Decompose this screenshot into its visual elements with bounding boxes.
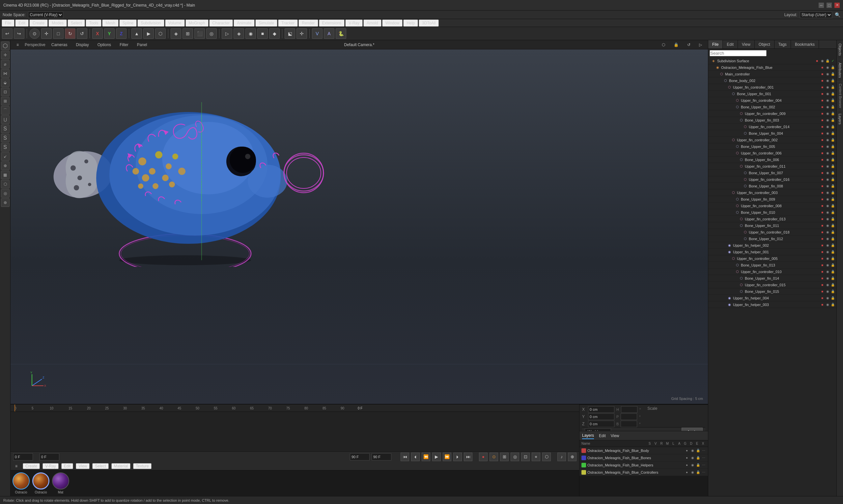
- tab-edit[interactable]: Edit: [723, 40, 738, 49]
- buf015-vis[interactable]: ◉: [825, 289, 830, 294]
- buf003-lock[interactable]: 🔒: [830, 118, 835, 123]
- buf012-lock[interactable]: 🔒: [830, 236, 835, 241]
- tree-ufc002[interactable]: ⬡ Upper_fin_controller_002 ■ ◉ 🔒: [708, 137, 837, 143]
- scale-tool[interactable]: □: [53, 28, 64, 39]
- hex-tool-btn[interactable]: ⬡: [1, 180, 10, 188]
- move-tool[interactable]: ✛: [41, 28, 52, 39]
- bb002-lock[interactable]: 🔒: [830, 78, 835, 83]
- layers-tab-edit[interactable]: Edit: [599, 433, 606, 439]
- layer-render-helpers[interactable]: ◉: [690, 463, 695, 467]
- search-input[interactable]: [710, 50, 767, 56]
- ufh004-color[interactable]: ■: [820, 296, 825, 301]
- knife-btn[interactable]: ⌀: [1, 60, 10, 69]
- buf012-color[interactable]: ■: [820, 236, 825, 241]
- buf006-vis[interactable]: ◉: [825, 158, 830, 162]
- bb002-vis[interactable]: ◉: [825, 78, 830, 83]
- bevel-btn[interactable]: ⊡: [1, 88, 10, 96]
- ufc001-lock[interactable]: 🔒: [830, 85, 835, 90]
- key-all-btn[interactable]: ⊞: [500, 453, 509, 461]
- tab-tags[interactable]: Tags: [774, 40, 791, 49]
- layer-render-controllers[interactable]: ◉: [690, 470, 695, 475]
- buf010-vis[interactable]: ◉: [825, 210, 830, 215]
- prev-key-btn[interactable]: ⏪: [422, 453, 430, 461]
- layer-row-controllers[interactable]: Ostracion_Meleagris_Fish_Blue_Controller…: [579, 469, 708, 476]
- menu-item-spline[interactable]: Spline: [119, 19, 137, 27]
- layers-tab-view[interactable]: View: [611, 433, 619, 439]
- tree-ufc003[interactable]: ⬡ Upper_fin_controller_003 ■ ◉ 🔒: [708, 190, 837, 196]
- ufc001-vis[interactable]: ◉: [825, 85, 830, 90]
- ufh002-vis[interactable]: ◉: [825, 243, 830, 248]
- ufc003-vis[interactable]: ◉: [825, 191, 830, 195]
- buf004-lock[interactable]: 🔒: [830, 131, 835, 136]
- layout-select[interactable]: Startup (User): [800, 12, 832, 18]
- arrow-tool-btn[interactable]: ↙: [1, 152, 10, 161]
- menu-item-character[interactable]: Character: [209, 19, 233, 27]
- p-input[interactable]: [621, 413, 637, 420]
- menu-item-edit[interactable]: Edit: [15, 19, 29, 27]
- select-mat-btn[interactable]: Select: [92, 463, 108, 469]
- magnet-btn[interactable]: ⋃: [1, 115, 10, 124]
- material-btn[interactable]: Material: [111, 463, 131, 469]
- ufh003-color[interactable]: ■: [820, 302, 825, 307]
- tree-ufc016[interactable]: ⬡ Upper_fin_controller_016 ■ ◉ 🔒: [708, 176, 837, 183]
- frame-input[interactable]: [13, 453, 33, 461]
- buf010-lock[interactable]: 🔒: [830, 210, 835, 215]
- ufc002-color[interactable]: ■: [820, 138, 825, 142]
- buf007-vis[interactable]: ◉: [825, 170, 830, 175]
- tree-ostracion[interactable]: ◉ Ostracion_Meleagris_Fish_Blue ■ ◉ 🔒: [708, 64, 837, 71]
- buf006-lock[interactable]: 🔒: [830, 158, 835, 162]
- ufh002-lock[interactable]: 🔒: [830, 243, 835, 248]
- tree-ufc-004[interactable]: ⬡ Upper_fin_controller_004 ■ ◉ 🔒: [708, 97, 837, 104]
- end-frame-input[interactable]: [350, 453, 370, 461]
- menu-item-extensions[interactable]: Extensions: [319, 19, 345, 27]
- tree-ufhelper002[interactable]: ◉ Upper_fin_helper_002 ■ ◉ 🔒: [708, 242, 837, 249]
- mainctrl-color[interactable]: ■: [820, 72, 825, 76]
- item-vis-1[interactable]: ◉: [820, 59, 825, 63]
- h-input[interactable]: [621, 406, 638, 413]
- ufc016-color[interactable]: ■: [820, 177, 825, 182]
- sym-btn[interactable]: ✢: [297, 28, 307, 39]
- ufc010-vis[interactable]: ◉: [825, 269, 830, 274]
- ufc015-lock[interactable]: 🔒: [830, 283, 835, 287]
- ufc008-color[interactable]: ■: [820, 203, 825, 208]
- ufc004-vis[interactable]: ◉: [825, 98, 830, 103]
- redo-button[interactable]: ↪: [14, 28, 24, 39]
- filter-btn[interactable]: Filter: [117, 42, 131, 48]
- tree-buf015[interactable]: ⬡ Bone_Upper_fin_015 ■ ◉ 🔒: [708, 288, 837, 295]
- search-icon-btn[interactable]: 🔍: [835, 12, 840, 17]
- y-axis-btn[interactable]: Y: [104, 28, 115, 39]
- extrude-btn[interactable]: ⬙: [1, 78, 10, 87]
- ufc018-color[interactable]: ■: [820, 230, 825, 235]
- buf002-lock[interactable]: 🔒: [830, 105, 835, 109]
- tree-ufc014[interactable]: ⬡ Upper_fin_controller_014 ■ ◉ 🔒: [708, 124, 837, 130]
- x-axis-btn[interactable]: X: [92, 28, 103, 39]
- tree-ufhelper001[interactable]: ◉ Upper_fin_helper_001 ■ ◉ 🔒: [708, 249, 837, 255]
- ufh003-lock[interactable]: 🔒: [830, 302, 835, 307]
- tab-attributes[interactable]: Attributes: [837, 59, 843, 82]
- buf002-vis[interactable]: ◉: [825, 105, 830, 109]
- cameras-btn[interactable]: Cameras: [49, 42, 70, 48]
- point-mode-btn[interactable]: ◉: [246, 28, 256, 39]
- ufc009-color[interactable]: ■: [820, 111, 825, 116]
- invert-selection-btn[interactable]: ⬛: [194, 28, 205, 39]
- ufc005-color[interactable]: ■: [820, 256, 825, 261]
- tree-ufc005[interactable]: ⬡ Upper_fin_controller_005 ■ ◉ 🔒: [708, 255, 837, 262]
- vray-mat-btn[interactable]: V-Ray: [42, 463, 59, 469]
- obj-mode-btn[interactable]: ◈: [234, 28, 244, 39]
- timeline-extra-btn[interactable]: ⊕: [568, 453, 576, 461]
- ufc013-lock[interactable]: 🔒: [830, 217, 835, 221]
- tree-ufc013[interactable]: ⬡ Upper_fin_controller_013 ■ ◉ 🔒: [708, 216, 837, 222]
- ufc015-vis[interactable]: ◉: [825, 283, 830, 287]
- tree-buf001[interactable]: ⬡ Bone_Upper_fin_001 ■ ◉ 🔒: [708, 91, 837, 97]
- tab-content-browser[interactable]: Content Browser: [837, 82, 843, 110]
- item-check-1[interactable]: ✓: [830, 59, 835, 63]
- layer-vis-bones[interactable]: ●: [684, 455, 689, 460]
- tree-buf002[interactable]: ⬡ Bone_Upper_fin_002 ■ ◉ 🔒: [708, 104, 837, 110]
- tree-buf007[interactable]: ⬡ Bone_Upper_fin_007 ■ ◉ 🔒: [708, 170, 837, 176]
- maximize-button[interactable]: □: [827, 3, 832, 8]
- ufc009-vis[interactable]: ◉: [825, 111, 830, 116]
- sound-btn[interactable]: ♪: [557, 453, 566, 461]
- ufc002-vis[interactable]: ◉: [825, 138, 830, 142]
- viewport-expand-btn[interactable]: ⬡: [659, 42, 668, 48]
- undo-button[interactable]: ↩: [2, 28, 13, 39]
